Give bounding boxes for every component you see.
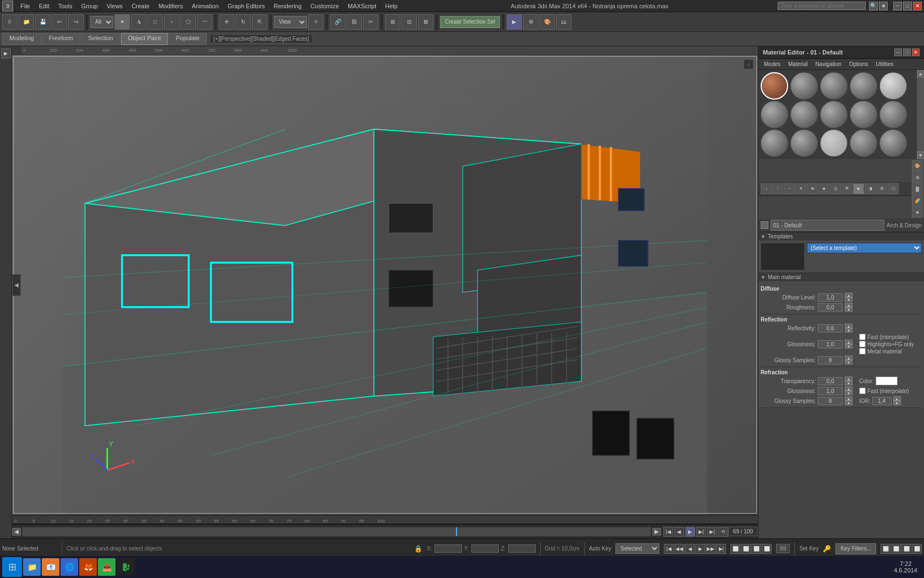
fast-interp-refr-checkbox[interactable]: [859, 388, 866, 394]
mat-restore-btn[interactable]: □: [903, 48, 911, 56]
roughness-up[interactable]: ▲: [845, 303, 853, 307]
ref-gsamp-down[interactable]: ▼: [845, 360, 853, 364]
rec-btn3[interactable]: ⬜: [751, 544, 761, 554]
refr-gsamp-up[interactable]: ▲: [845, 396, 853, 401]
prev-frame-btn[interactable]: ◀: [674, 527, 684, 537]
link-btn[interactable]: 🔗: [330, 14, 345, 30]
menu-create[interactable]: Create: [128, 2, 153, 10]
highlights-checkbox[interactable]: [859, 341, 866, 347]
panel-expand-btn[interactable]: ◀: [12, 274, 21, 296]
mat-effect-icon[interactable]: ◎: [830, 183, 841, 194]
sphere-4[interactable]: [850, 72, 877, 100]
rec-btn4[interactable]: ⬜: [762, 544, 772, 554]
create-selection-button[interactable]: Create Selection Sel: [440, 16, 500, 28]
ior-down[interactable]: ▼: [893, 401, 901, 405]
reflectivity-input[interactable]: [818, 324, 843, 332]
play-btn[interactable]: ▶: [685, 527, 695, 537]
render-setup-btn[interactable]: ⚙: [523, 14, 538, 30]
scale-btn[interactable]: ⇱: [252, 14, 267, 30]
select-lasso-btn[interactable]: 〰: [197, 14, 212, 30]
diffuse-level-down[interactable]: ▼: [845, 297, 853, 302]
select-rect-btn[interactable]: □: [147, 14, 163, 30]
ref-glossy-samples-input[interactable]: [818, 356, 843, 364]
rotate-btn[interactable]: ↻: [235, 14, 251, 30]
sphere-13[interactable]: [820, 129, 848, 157]
undo-btn[interactable]: ↩: [52, 14, 67, 30]
refr-gsamp-down[interactable]: ▼: [845, 401, 853, 405]
redo-btn[interactable]: ↪: [68, 14, 84, 30]
refr-gloss-up[interactable]: ▲: [845, 386, 853, 391]
menu-animation[interactable]: Animation: [188, 2, 223, 10]
select-name-btn[interactable]: 𝐀: [131, 14, 146, 30]
side-icon-3[interactable]: ▓: [912, 183, 923, 194]
mat-select-by-icon[interactable]: ⬡: [888, 183, 899, 194]
reflectivity-up[interactable]: ▲: [845, 324, 853, 328]
anim-go-start[interactable]: |◀: [664, 544, 674, 554]
select-fence-btn[interactable]: ⬡: [180, 14, 196, 30]
select-btn[interactable]: ✦: [114, 14, 130, 30]
sphere-1[interactable]: [761, 72, 788, 100]
view-select[interactable]: View: [274, 16, 307, 28]
x-input[interactable]: [435, 544, 462, 553]
search-input[interactable]: [778, 2, 866, 10]
sphere-15[interactable]: [879, 129, 907, 157]
diffuse-level-up[interactable]: ▲: [845, 293, 853, 297]
mat-background-icon[interactable]: ■: [853, 183, 864, 194]
sphere-7[interactable]: [790, 101, 818, 128]
mode-objectpaint[interactable]: Object Paint: [121, 33, 168, 45]
mat-menu-modes[interactable]: Modes: [761, 60, 784, 68]
render-btn[interactable]: ▶: [507, 14, 522, 30]
refraction-color-box[interactable]: [876, 377, 898, 385]
anim-go-end[interactable]: ▶|: [716, 544, 726, 554]
mat-get-icon[interactable]: ↓: [761, 183, 772, 194]
sphere-5[interactable]: [879, 72, 907, 100]
menu-customize[interactable]: Customize: [306, 2, 343, 10]
template-select[interactable]: (Select a template): [807, 243, 922, 253]
new-btn[interactable]: 🗋: [2, 14, 18, 30]
pivot-btn[interactable]: ⊙: [308, 14, 323, 30]
ref-gsamp-up[interactable]: ▲: [845, 356, 853, 360]
menu-rendering[interactable]: Rendering: [270, 2, 306, 10]
transp-up[interactable]: ▲: [845, 377, 853, 381]
side-icon-1[interactable]: 🎨: [912, 160, 923, 171]
bind-btn[interactable]: ⛓: [346, 14, 362, 30]
mat-show-icon[interactable]: 👁: [842, 183, 853, 194]
open-btn[interactable]: 📁: [19, 14, 34, 30]
align-btn[interactable]: ⊞: [385, 14, 400, 30]
taskbar-download-icon[interactable]: 📥: [98, 558, 116, 576]
timeline-scroll-right[interactable]: ▶: [652, 528, 661, 536]
ior-input[interactable]: [872, 397, 892, 405]
restore-button[interactable]: □: [903, 2, 912, 10]
array-btn[interactable]: ⊠: [418, 14, 433, 30]
sphere-11[interactable]: [761, 129, 788, 157]
refr-glossy-samples-input[interactable]: [818, 397, 843, 405]
refr-gloss-down[interactable]: ▼: [845, 391, 853, 395]
taskbar-mail-icon[interactable]: 📧: [42, 558, 59, 576]
bookmark-icon[interactable]: ★: [879, 2, 888, 10]
y-input[interactable]: [471, 544, 499, 553]
lock-icon[interactable]: 🔒: [414, 545, 422, 553]
mat-reset-icon[interactable]: ✕: [795, 183, 806, 194]
mat-options-icon[interactable]: ⚙: [876, 183, 887, 194]
key-filters-button[interactable]: Key Filters...: [835, 543, 876, 554]
spheres-scrollbar[interactable]: ▲ ▼: [916, 70, 924, 159]
mat-editor-btn[interactable]: 🎨: [540, 14, 555, 30]
menu-file[interactable]: File: [16, 2, 34, 10]
select-circle-btn[interactable]: ○: [164, 14, 179, 30]
reflection-glossiness-input[interactable]: [818, 340, 843, 348]
start-button[interactable]: ⊞: [2, 557, 22, 577]
go-end-btn[interactable]: ▶|: [707, 527, 717, 537]
sphere-8[interactable]: [820, 101, 848, 128]
menu-group[interactable]: Group: [77, 2, 102, 10]
mat-close-btn[interactable]: ✕: [912, 48, 920, 56]
rec-btn2[interactable]: ⬜: [741, 544, 751, 554]
scene-explorer-btn[interactable]: 🗂: [556, 14, 571, 30]
timeline-playhead[interactable]: [456, 527, 457, 536]
play-mode-btn[interactable]: ⟲: [718, 527, 728, 537]
transparency-input[interactable]: [818, 377, 843, 385]
side-icon-2[interactable]: ⊞: [912, 172, 923, 183]
mat-unique-icon[interactable]: ◈: [818, 183, 829, 194]
menu-modifiers[interactable]: Modifiers: [155, 2, 187, 10]
transp-down[interactable]: ▼: [845, 381, 853, 385]
roughness-down[interactable]: ▼: [845, 307, 853, 312]
